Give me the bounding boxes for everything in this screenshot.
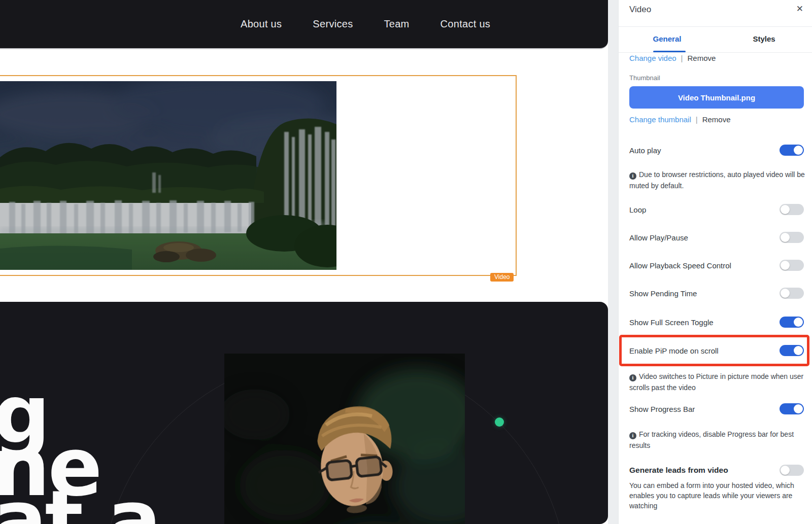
setting-label: Allow Playback Speed Control bbox=[629, 261, 731, 270]
toggle-knob bbox=[781, 261, 790, 270]
info-icon: i bbox=[629, 374, 636, 381]
setting-label: Show Progress Bar bbox=[629, 405, 695, 413]
heading-line: at a bbox=[0, 494, 159, 524]
autoplay-toggle[interactable] bbox=[780, 145, 804, 156]
video-settings-panel: Video ✕ General Styles Change video|Remo… bbox=[618, 0, 812, 524]
toggle-knob bbox=[781, 289, 790, 298]
remove-thumbnail-link[interactable]: Remove bbox=[702, 115, 731, 124]
thumbnail-actions: Change thumbnail|Remove bbox=[629, 115, 731, 124]
generate-leads-toggle[interactable] bbox=[780, 465, 804, 476]
nav-link-contact[interactable]: Contact us bbox=[441, 18, 491, 30]
note-text: Due to browser restrictions, auto played… bbox=[629, 170, 805, 190]
progress-note: iFor tracking videos, disable Progress b… bbox=[629, 429, 807, 451]
progress-bar-toggle[interactable] bbox=[780, 403, 804, 414]
nav-link-services[interactable]: Services bbox=[313, 18, 353, 30]
setting-row-pending-time: Show Pending Time bbox=[629, 287, 804, 299]
loop-toggle[interactable] bbox=[780, 204, 804, 215]
app: About us Services Team Contact us bbox=[0, 0, 812, 524]
remove-video-link[interactable]: Remove bbox=[687, 54, 716, 62]
setting-row-playback-speed: Allow Playback Speed Control bbox=[629, 259, 804, 271]
info-icon: i bbox=[629, 172, 636, 180]
link-separator: | bbox=[681, 54, 683, 62]
setting-label: Enable PiP mode on scroll bbox=[629, 346, 719, 355]
toggle-knob bbox=[794, 146, 803, 155]
setting-label: Show Full Screen Toggle bbox=[629, 318, 714, 327]
setting-label: Show Pending Time bbox=[629, 289, 697, 298]
setting-label: Generate leads from video bbox=[629, 466, 728, 475]
thumbnail-file-button[interactable]: Video Thumbnail.png bbox=[629, 86, 804, 109]
divider bbox=[619, 52, 812, 53]
setting-row-generate-leads: Generate leads from video bbox=[629, 464, 804, 476]
setting-row-loop: Loop bbox=[629, 203, 804, 216]
nav-items: About us Services Team Contact us bbox=[241, 0, 490, 48]
panel-tabs: General Styles bbox=[619, 32, 812, 43]
hero-section: g ne at a bbox=[0, 302, 608, 524]
link-separator: | bbox=[696, 115, 698, 124]
note-text: Video switches to Picture in picture mod… bbox=[629, 372, 803, 392]
fullscreen-toggle[interactable] bbox=[780, 317, 804, 328]
video-element-preview[interactable] bbox=[0, 81, 336, 270]
change-video-link[interactable]: Change video bbox=[629, 54, 676, 62]
autoplay-note: iDue to browser restrictions, auto playe… bbox=[629, 169, 807, 191]
site-preview: About us Services Team Contact us bbox=[0, 0, 608, 524]
setting-label: Loop bbox=[629, 205, 646, 214]
thumbnail-field-label: Thumbnail bbox=[629, 74, 660, 82]
setting-row-fullscreen: Show Full Screen Toggle bbox=[629, 316, 804, 328]
play-pause-toggle[interactable] bbox=[780, 232, 804, 243]
nav-link-about[interactable]: About us bbox=[241, 18, 282, 30]
pip-note: iVideo switches to Picture in picture mo… bbox=[629, 371, 807, 393]
hero-heading: g ne at a bbox=[0, 388, 159, 524]
leads-description: You can embed a form into your hosted vi… bbox=[629, 481, 807, 511]
playback-speed-toggle[interactable] bbox=[780, 260, 804, 271]
change-thumbnail-link[interactable]: Change thumbnail bbox=[629, 115, 691, 124]
toggle-knob bbox=[781, 233, 790, 242]
setting-row-autoplay: Auto play bbox=[629, 144, 804, 156]
pending-time-toggle[interactable] bbox=[780, 288, 804, 299]
toggle-knob bbox=[781, 205, 790, 214]
toggle-knob bbox=[781, 466, 790, 475]
setting-row-play-pause: Allow Play/Pause bbox=[629, 231, 804, 243]
selection-badge: Video bbox=[490, 273, 514, 282]
info-icon: i bbox=[629, 432, 636, 439]
panel-title: Video bbox=[629, 5, 651, 15]
note-text: For tracking videos, disable Progress ba… bbox=[629, 430, 794, 449]
tab-general[interactable]: General bbox=[619, 32, 716, 43]
decorative-dot bbox=[495, 417, 504, 427]
setting-row-pip: Enable PiP mode on scroll bbox=[629, 344, 804, 357]
pip-toggle[interactable] bbox=[780, 345, 804, 356]
nav-link-team[interactable]: Team bbox=[384, 18, 409, 30]
setting-row-progress-bar: Show Progress Bar bbox=[629, 403, 804, 415]
toggle-knob bbox=[794, 346, 803, 355]
close-icon[interactable]: ✕ bbox=[796, 4, 803, 14]
video-actions: Change video|Remove bbox=[629, 54, 716, 62]
waterfall-image bbox=[0, 81, 336, 270]
divider bbox=[619, 26, 812, 27]
portrait-image bbox=[224, 354, 465, 524]
setting-label: Auto play bbox=[629, 146, 661, 155]
site-navbar: About us Services Team Contact us bbox=[0, 0, 608, 49]
toggle-knob bbox=[794, 404, 803, 413]
toggle-knob bbox=[794, 318, 803, 327]
tab-styles[interactable]: Styles bbox=[716, 32, 812, 43]
canvas-gutter bbox=[608, 0, 618, 524]
setting-label: Allow Play/Pause bbox=[629, 233, 688, 242]
